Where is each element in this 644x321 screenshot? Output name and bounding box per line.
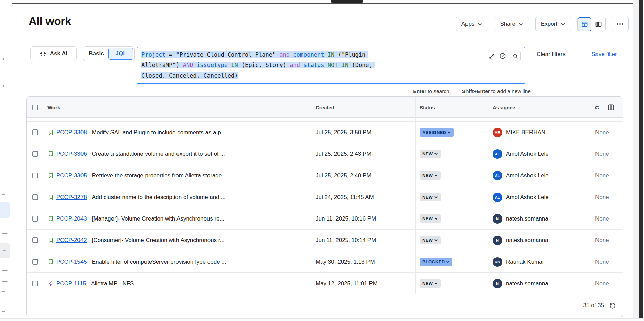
row-checkbox[interactable] — [32, 173, 38, 178]
sidebar-item-hover[interactable] — [0, 243, 10, 258]
chevron-right-icon[interactable]: › — [3, 83, 4, 88]
chevron-down-icon — [434, 174, 438, 177]
ask-ai-button[interactable]: Ask AI — [30, 46, 77, 61]
sidebar-item-fragment[interactable] — [2, 281, 8, 282]
chevron-right-icon[interactable]: › — [3, 56, 4, 61]
chevron-down-icon — [434, 152, 438, 156]
status-badge[interactable]: NEW — [420, 171, 441, 180]
column-header-work[interactable]: Work — [44, 97, 310, 118]
run-search-button[interactable] — [510, 51, 521, 61]
sidebar-item-fragment[interactable] — [2, 194, 5, 195]
created-cell: Jul 25, 2025, 3:50 PM — [310, 122, 416, 143]
issue-summary[interactable]: Retrieve the storage properties from All… — [92, 172, 222, 179]
column-header-status[interactable]: Status — [416, 97, 488, 118]
columns-settings-button[interactable] — [599, 97, 623, 117]
row-checkbox[interactable] — [32, 281, 38, 286]
issue-key-link[interactable]: PCCP-1115 — [56, 280, 86, 287]
apps-button[interactable]: Apps — [456, 17, 488, 31]
sidebar-item-fragment[interactable] — [2, 270, 8, 271]
assignee-cell: N natesh.somanna — [488, 208, 590, 229]
sidebar-item-fragment[interactable] — [3, 250, 6, 251]
issue-summary[interactable]: Create a standalone volume and export it… — [92, 151, 225, 157]
comments-cell: None — [590, 165, 623, 186]
status-label: NEW — [422, 151, 433, 156]
expand-editor-button[interactable] — [489, 53, 495, 59]
status-badge[interactable]: BLOCKED — [420, 258, 452, 266]
issue-summary[interactable]: Alletra MP - NFS — [91, 280, 134, 287]
table-row[interactable]: PCCP-2043 [Manager]- Volume Creation wit… — [27, 208, 623, 230]
table-row[interactable]: PCCP-3306 Create a standalone volume and… — [27, 143, 623, 165]
jql-editor[interactable]: Project = "Private Cloud Control Plane" … — [137, 47, 525, 84]
created-date: Jul 25, 2025, 2:40 PM — [316, 172, 371, 179]
status-badge[interactable]: NEW — [420, 214, 441, 223]
jql-help-button[interactable]: ? — [499, 53, 506, 59]
detail-view-button[interactable] — [591, 17, 605, 31]
issue-key-link[interactable]: PCCP-3308 — [56, 129, 87, 136]
table-row[interactable]: PCCP-1545 Enable filter of computeServer… — [27, 251, 623, 273]
clear-filters-button[interactable]: Clear filters — [537, 51, 566, 58]
issue-key-link[interactable]: PCCP-3278 — [56, 194, 87, 201]
status-cell: NEW — [416, 273, 488, 294]
basic-mode-button[interactable]: Basic — [84, 48, 108, 60]
save-filter-button[interactable]: Save filter — [591, 51, 617, 58]
table-row[interactable]: PCCP-1115 Alletra MP - NFS May 12, 2025,… — [27, 273, 623, 294]
status-badge[interactable]: NEW — [420, 150, 441, 158]
search-hint: Enterto search Shift+Enterto add a new l… — [413, 88, 531, 94]
sidebar-item-fragment[interactable] — [2, 233, 8, 234]
work-cell: PCCP-3306 Create a standalone volume and… — [44, 143, 310, 165]
row-checkbox[interactable] — [32, 259, 38, 265]
row-checkbox[interactable] — [32, 216, 38, 222]
refresh-button[interactable] — [609, 302, 616, 309]
issue-key-link[interactable]: PCCP-2042 — [56, 237, 87, 244]
table-row[interactable]: PCCP-3308 Modify SAL and Plugin to inclu… — [27, 122, 623, 143]
issue-summary[interactable]: Modify SAL and Plugin to include comment… — [92, 129, 226, 136]
issue-key-link[interactable]: PCCP-1545 — [56, 259, 87, 265]
created-date: Jul 25, 2025, 2:43 PM — [316, 151, 371, 157]
table-row[interactable]: PCCP-3278 Add cluster name to the descri… — [27, 186, 623, 208]
work-cell: PCCP-1545 Enable filter of computeServer… — [44, 251, 310, 272]
issue-summary[interactable]: [Manager]- Volume Creation with Asynchro… — [92, 215, 224, 222]
table-row[interactable]: PCCP-2042 [Consumer]- Volume Creation wi… — [27, 230, 623, 251]
row-select-cell — [27, 143, 44, 165]
issue-summary[interactable]: [Consumer]- Volume Creation with Asynchr… — [92, 237, 225, 244]
column-header-created[interactable]: Created — [310, 97, 416, 118]
row-checkbox[interactable] — [32, 237, 38, 243]
row-checkbox[interactable] — [32, 129, 38, 135]
assignee-name: Amol Ashok Lele — [506, 194, 549, 201]
issue-summary[interactable]: Add cluster name to the description of v… — [92, 194, 226, 201]
select-all-cell — [27, 97, 44, 118]
app-window: › › All work Apps Share Export — [0, 0, 644, 321]
jql-mode-button[interactable]: JQL — [108, 48, 133, 60]
row-select-cell — [27, 230, 44, 251]
status-badge[interactable]: NEW — [420, 193, 441, 201]
created-cell: Jun 11, 2025, 10:16 PM — [310, 208, 416, 229]
issue-key-link[interactable]: PCCP-3305 — [56, 172, 87, 179]
more-actions-button[interactable] — [612, 17, 629, 31]
issue-key-link[interactable]: PCCP-3306 — [56, 151, 87, 157]
sidebar-item-fragment[interactable] — [2, 291, 5, 292]
share-button[interactable]: Share — [494, 17, 529, 31]
row-checkbox[interactable] — [32, 151, 38, 157]
table-row[interactable]: PCCP-3305 Retrieve the storage propertie… — [27, 165, 623, 186]
select-all-checkbox[interactable] — [32, 105, 38, 110]
column-header-assignee[interactable]: Assignee — [488, 97, 590, 118]
status-badge[interactable]: NEW — [420, 236, 441, 244]
sidebar-item-fragment[interactable] — [2, 311, 5, 312]
comments-value: None — [595, 151, 609, 157]
sidebar-item-selected[interactable] — [0, 202, 10, 218]
jql-query-text[interactable]: Project = "Private Cloud Control Plane" … — [141, 50, 375, 81]
status-badge[interactable]: NEW — [420, 279, 441, 288]
status-badge[interactable]: ASSIGNED — [420, 128, 454, 137]
issue-key-link[interactable]: PCCP-2043 — [56, 215, 87, 222]
assignee-name: MIKE BERHAN — [506, 129, 545, 136]
created-cell: Jul 24, 2025, 11:45 AM — [310, 186, 416, 208]
issue-summary[interactable]: Enable filter of computeServer provision… — [92, 259, 226, 265]
status-label: BLOCKED — [422, 259, 445, 264]
avatar: N — [493, 279, 502, 288]
share-button-label: Share — [500, 21, 515, 27]
ai-sparkle-icon — [40, 50, 46, 57]
row-checkbox[interactable] — [32, 194, 38, 200]
created-cell: May 30, 2025, 1:13 PM — [310, 251, 416, 272]
export-button[interactable]: Export — [535, 17, 571, 31]
table-view-button[interactable] — [578, 17, 591, 31]
